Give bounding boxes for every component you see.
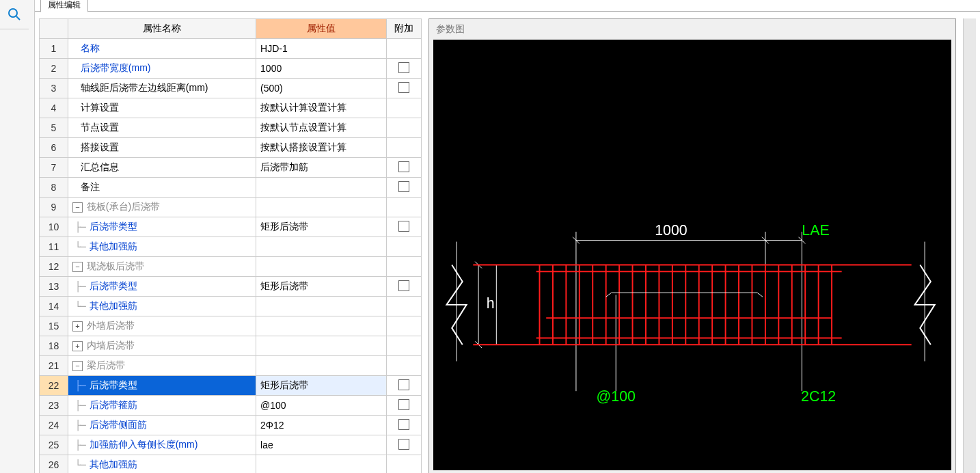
table-row[interactable]: 5节点设置按默认节点设置计算: [40, 118, 422, 138]
label-lae: LAE: [802, 222, 829, 239]
property-value-cell[interactable]: [256, 297, 387, 316]
property-name-cell[interactable]: ├─加强筋伸入每侧长度(mm): [68, 435, 256, 455]
table-row[interactable]: 8备注: [40, 178, 422, 198]
table-row[interactable]: 21−梁后浇带: [40, 356, 422, 376]
extra-checkbox[interactable]: [398, 221, 409, 232]
property-name-cell[interactable]: +内墙后浇带: [68, 336, 256, 356]
diagram-view[interactable]: 1000 LAE h @100 2C12: [433, 40, 951, 470]
table-row[interactable]: 6搭接设置按默认搭接设置计算: [40, 138, 422, 158]
property-value-cell[interactable]: [256, 356, 387, 376]
table-row[interactable]: 11└─其他加强筋: [40, 237, 422, 257]
property-name-cell[interactable]: ├─后浇带箍筋: [68, 396, 256, 416]
property-name-cell[interactable]: ├─后浇带类型: [68, 217, 256, 237]
extra-cell: [386, 376, 421, 396]
table-row[interactable]: 18+内墙后浇带: [40, 336, 422, 356]
table-row[interactable]: 22├─后浇带类型矩形后浇带: [40, 376, 422, 396]
row-number: 6: [40, 138, 68, 158]
property-value-cell[interactable]: HJD-1: [256, 39, 387, 59]
property-name-cell[interactable]: 搭接设置: [68, 138, 256, 158]
search-icon[interactable]: [0, 0, 29, 29]
table-row[interactable]: 2后浇带宽度(mm)1000: [40, 59, 422, 79]
table-row[interactable]: 23├─后浇带箍筋@100: [40, 396, 422, 416]
property-value-cell[interactable]: [256, 257, 387, 277]
table-row[interactable]: 13├─后浇带类型矩形后浇带: [40, 277, 422, 297]
property-name-cell[interactable]: 汇总信息: [68, 158, 256, 178]
property-value-cell[interactable]: [256, 455, 387, 474]
tree-line-icon: ├─: [72, 380, 85, 391]
property-name-cell[interactable]: 计算设置: [68, 98, 256, 118]
property-name-cell[interactable]: 节点设置: [68, 118, 256, 138]
scrollbar-vertical[interactable]: [963, 18, 976, 473]
property-value-cell[interactable]: @100: [256, 396, 387, 416]
table-row[interactable]: 10├─后浇带类型矩形后浇带: [40, 217, 422, 237]
table-row[interactable]: 25├─加强筋伸入每侧长度(mm)lae: [40, 435, 422, 455]
property-value-cell[interactable]: lae: [256, 435, 387, 455]
header-extra[interactable]: 附加: [386, 19, 421, 39]
header-name[interactable]: 属性名称: [68, 19, 256, 39]
table-row[interactable]: 12−现浇板后浇带: [40, 257, 422, 277]
property-name-cell[interactable]: ├─后浇带类型: [68, 277, 256, 297]
property-value-cell[interactable]: 按默认计算设置计算: [256, 98, 387, 118]
property-name: 名称: [81, 42, 100, 55]
property-value-cell[interactable]: [256, 178, 387, 198]
property-name-cell[interactable]: └─其他加强筋: [68, 237, 256, 257]
property-value-cell[interactable]: 2Φ12: [256, 416, 387, 435]
extra-checkbox[interactable]: [398, 280, 409, 291]
property-name-cell[interactable]: 轴线距后浇带左边线距离(mm): [68, 79, 256, 98]
collapse-icon[interactable]: −: [72, 361, 83, 371]
table-row[interactable]: 9−筏板(承台)后浇带: [40, 198, 422, 217]
extra-checkbox[interactable]: [398, 379, 409, 390]
property-value-cell[interactable]: 矩形后浇带: [256, 277, 387, 297]
property-value-cell[interactable]: 按默认搭接设置计算: [256, 138, 387, 158]
property-name-cell[interactable]: ├─后浇带侧面筋: [68, 416, 256, 435]
property-name-cell[interactable]: ├─后浇带类型: [68, 376, 256, 396]
property-value-cell[interactable]: 1000: [256, 59, 387, 79]
property-value-cell[interactable]: [256, 237, 387, 257]
table-row[interactable]: 26└─其他加强筋: [40, 455, 422, 474]
property-name-cell[interactable]: +外墙后浇带: [68, 316, 256, 336]
panel-tab[interactable]: 属性编辑: [40, 0, 88, 12]
property-value-cell[interactable]: [256, 336, 387, 356]
extra-checkbox[interactable]: [398, 62, 409, 73]
extra-checkbox[interactable]: [398, 399, 409, 410]
table-row[interactable]: 1名称HJD-1: [40, 39, 422, 59]
collapse-icon[interactable]: −: [72, 202, 83, 213]
table-row[interactable]: 3轴线距后浇带左边线距离(mm)(500): [40, 79, 422, 98]
property-name-cell[interactable]: 备注: [68, 178, 256, 198]
expand-icon[interactable]: +: [72, 341, 83, 351]
main-area: 属性编辑 属性名称 属性值 附加 1名称HJD-12后浇带宽度(mm)10003…: [35, 0, 980, 473]
property-name-cell[interactable]: └─其他加强筋: [68, 455, 256, 474]
property-value-cell[interactable]: 矩形后浇带: [256, 376, 387, 396]
table-row[interactable]: 14└─其他加强筋: [40, 297, 422, 316]
property-value-cell[interactable]: 按默认节点设置计算: [256, 118, 387, 138]
property-value-cell[interactable]: 后浇带加筋: [256, 158, 387, 178]
property-name-cell[interactable]: −现浇板后浇带: [68, 257, 256, 277]
property-name: 汇总信息: [81, 161, 119, 174]
extra-checkbox[interactable]: [398, 181, 409, 192]
property-value-cell[interactable]: (500): [256, 79, 387, 98]
table-row[interactable]: 15+外墙后浇带: [40, 316, 422, 336]
collapse-icon[interactable]: −: [72, 262, 83, 272]
property-name: 节点设置: [81, 122, 119, 134]
property-name-cell[interactable]: └─其他加强筋: [68, 297, 256, 316]
extra-checkbox[interactable]: [398, 161, 409, 172]
extra-checkbox[interactable]: [398, 82, 409, 93]
property-name-cell[interactable]: −筏板(承台)后浇带: [68, 198, 256, 217]
property-value-cell[interactable]: [256, 316, 387, 336]
property-value-cell[interactable]: [256, 198, 387, 217]
property-name-cell[interactable]: −梁后浇带: [68, 356, 256, 376]
extra-checkbox[interactable]: [398, 439, 409, 450]
table-row[interactable]: 7汇总信息后浇带加筋: [40, 158, 422, 178]
table-row[interactable]: 4计算设置按默认计算设置计算: [40, 98, 422, 118]
row-number: 8: [40, 178, 68, 198]
expand-icon[interactable]: +: [72, 321, 83, 332]
row-number: 13: [40, 277, 68, 297]
property-value-cell[interactable]: 矩形后浇带: [256, 217, 387, 237]
header-value[interactable]: 属性值: [256, 19, 387, 39]
property-name: 轴线距后浇带左边线距离(mm): [81, 82, 208, 94]
property-name-cell[interactable]: 名称: [68, 39, 256, 59]
diagram-svg: 1000 LAE h @100 2C12: [433, 40, 951, 470]
extra-checkbox[interactable]: [398, 419, 409, 430]
property-name-cell[interactable]: 后浇带宽度(mm): [68, 59, 256, 79]
table-row[interactable]: 24├─后浇带侧面筋2Φ12: [40, 416, 422, 435]
